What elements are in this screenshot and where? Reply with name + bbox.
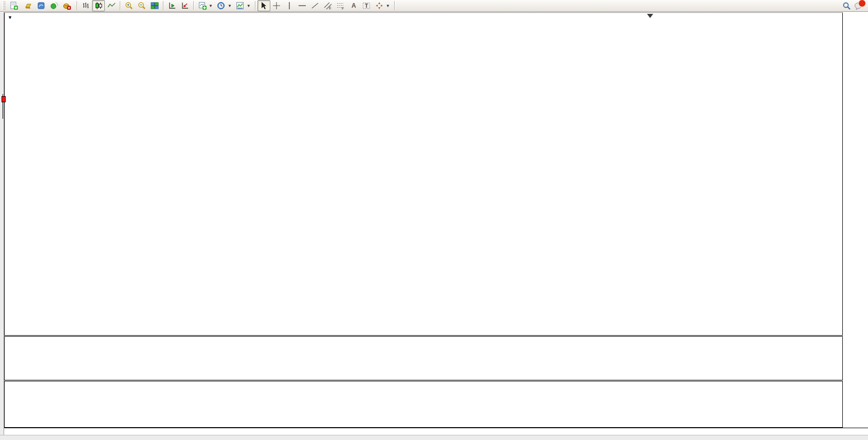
zoom-out-button[interactable] xyxy=(135,0,148,11)
candlestick-icon xyxy=(94,2,103,10)
market-button[interactable] xyxy=(22,0,34,11)
svg-text:F: F xyxy=(342,7,344,10)
blue-document-icon xyxy=(36,2,45,10)
line-chart-icon xyxy=(107,2,116,10)
svg-text:E: E xyxy=(329,6,331,10)
fibonacci-tool-button[interactable]: F xyxy=(335,0,347,11)
notification-count-badge xyxy=(858,0,866,7)
toolbar-grip[interactable] xyxy=(3,2,6,10)
price-chart-panel[interactable]: ▼ xyxy=(4,12,843,336)
horizontal-line-tool-button[interactable] xyxy=(296,0,309,11)
new-chart-dropdown-caret: ▼ xyxy=(209,4,213,8)
periods-dropdown-caret: ▼ xyxy=(228,4,232,8)
auto-scroll-icon xyxy=(180,2,189,10)
periods-button[interactable]: ▼ xyxy=(215,0,234,11)
notifications-icon[interactable] xyxy=(854,2,863,10)
trendline-tool-button[interactable] xyxy=(309,0,322,11)
mt4-terminal-window: ▼ ▼ ▼ xyxy=(0,0,868,440)
signal-icon xyxy=(49,2,58,10)
chart-menu-triangle-icon[interactable]: ▼ xyxy=(8,15,12,20)
partial-candle-body xyxy=(2,96,6,102)
codebase-button[interactable] xyxy=(34,0,47,11)
search-icon[interactable] xyxy=(842,2,851,10)
indicators-dropdown-caret: ▼ xyxy=(247,4,251,8)
autotrading-icon xyxy=(62,2,71,10)
new-chart-button[interactable]: ▼ xyxy=(196,0,215,11)
svg-text:T: T xyxy=(365,3,368,9)
macd-panel[interactable] xyxy=(4,336,843,380)
bar-chart-type-button[interactable] xyxy=(79,0,92,11)
text-icon: A xyxy=(349,2,358,10)
new-order-button[interactable] xyxy=(7,0,22,11)
tile-windows-icon xyxy=(150,2,159,10)
text-label-icon: T xyxy=(362,2,371,10)
clock-icon xyxy=(217,2,226,10)
fibonacci-icon: F xyxy=(337,2,345,10)
text-tool-button[interactable]: A xyxy=(347,0,360,11)
chart-title: ▼ xyxy=(8,15,19,20)
bar-chart-icon xyxy=(81,2,90,10)
zoom-in-icon xyxy=(124,2,133,10)
rsi-panel[interactable] xyxy=(4,381,843,428)
crosshair-tool-button[interactable] xyxy=(270,0,283,11)
zoom-in-button[interactable] xyxy=(122,0,135,11)
indicators-button[interactable]: ▼ xyxy=(234,0,253,11)
arrows-icon xyxy=(375,2,384,10)
horizontal-line-icon xyxy=(298,2,307,10)
price-axis[interactable] xyxy=(843,12,868,428)
chart-shift-marker[interactable] xyxy=(647,14,653,18)
line-chart-type-button[interactable] xyxy=(105,0,118,11)
text-label-tool-button[interactable]: T xyxy=(360,0,373,11)
toolbar: ▼ ▼ ▼ xyxy=(0,0,868,12)
crosshair-icon xyxy=(272,2,281,10)
trendline-icon xyxy=(311,2,320,10)
candlestick-chart-type-button[interactable] xyxy=(92,0,105,11)
window-left-edge xyxy=(0,12,4,440)
arrows-dropdown-caret: ▼ xyxy=(386,4,390,8)
auto-scroll-button[interactable] xyxy=(178,0,191,11)
equidistant-channel-icon: E xyxy=(324,2,333,10)
status-strip xyxy=(0,435,868,440)
arrows-tool-button[interactable]: ▼ xyxy=(373,0,392,11)
chart-shift-button[interactable] xyxy=(165,0,178,11)
vertical-line-tool-button[interactable] xyxy=(283,0,296,11)
zoom-out-icon xyxy=(137,2,146,10)
gold-bar-icon xyxy=(24,2,32,10)
chart-shift-icon xyxy=(168,2,176,10)
new-chart-icon xyxy=(198,2,207,10)
vertical-line-icon xyxy=(285,2,294,10)
indicators-icon xyxy=(236,2,245,10)
cursor-icon xyxy=(260,2,268,10)
autotrading-button[interactable] xyxy=(60,0,75,11)
signals-button[interactable] xyxy=(47,0,60,11)
time-axis[interactable] xyxy=(4,428,868,435)
new-order-icon xyxy=(9,2,18,10)
tile-windows-button[interactable] xyxy=(148,0,161,11)
channel-tool-button[interactable]: E xyxy=(322,0,335,11)
cursor-tool-button[interactable] xyxy=(257,0,270,11)
